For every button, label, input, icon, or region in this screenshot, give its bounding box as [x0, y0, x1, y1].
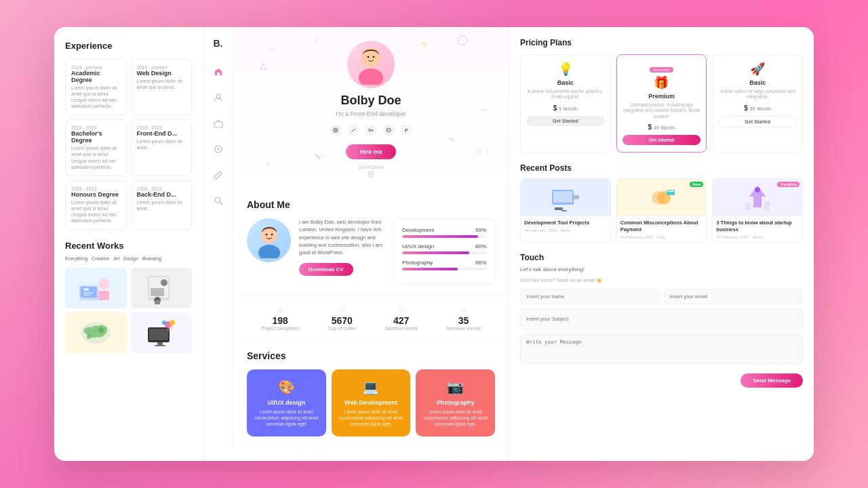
post-2-info: Common Misconceptions About Payment 09 F… — [617, 216, 707, 243]
svg-rect-12 — [155, 300, 160, 304]
send-message-button[interactable]: Send Message — [741, 373, 803, 388]
social-twitter[interactable] — [347, 124, 359, 136]
skill-dev-percent: 99% — [475, 227, 486, 233]
svg-rect-4 — [83, 288, 89, 291]
nav-compass[interactable] — [210, 141, 226, 157]
plan-premium-btn[interactable]: Get Started — [623, 135, 701, 145]
stat-coffee-label: Cup of coffee — [328, 326, 356, 331]
nav-user[interactable] — [210, 89, 226, 106]
exp-card-3: 2019 - 2013 Bachelor's Degree Lorem ipsu… — [65, 119, 127, 176]
post-2-meta: 09 February, 2021 · Dolly — [620, 235, 703, 239]
posts-grid: Development Tool Projects 09 February, 2… — [520, 178, 803, 243]
filter-art[interactable]: Art — [113, 256, 119, 261]
stat-coffee-number: 5670 — [328, 315, 356, 326]
exp-desc-4: Lorem ipsum dolor sit amet... — [137, 138, 186, 150]
touch-message-input[interactable] — [520, 334, 803, 364]
post-2-badge: New — [690, 182, 703, 187]
nav-briefcase[interactable] — [210, 115, 226, 131]
stat-projects-label: Project completed — [261, 326, 299, 331]
svg-rect-19 — [155, 345, 165, 346]
post-1-meta: 09 February, 2021 · Richy — [524, 228, 607, 232]
nav-search[interactable] — [210, 192, 226, 209]
right-panel: Pricing Plans 💡 Basic A simple but power… — [509, 27, 814, 461]
svg-rect-3 — [98, 291, 109, 300]
filter-branding[interactable]: Branding — [142, 256, 161, 261]
exp-desc-2: Lorem ipsum dolor sit amet quo si simul.… — [137, 78, 186, 90]
touch-name-input[interactable] — [520, 289, 660, 304]
work-thumb-3[interactable] — [65, 312, 127, 353]
service-webdev-desc: Lorem ipsum dolor sit amet consectetuer … — [338, 409, 404, 427]
social-dribbble[interactable] — [382, 124, 395, 136]
services-title: Services — [247, 350, 495, 361]
about-section: About Me — [233, 188, 509, 296]
stat-nominees: ◇ 35 Nominee winner — [446, 304, 481, 331]
services-grid: 🎨 UI/UX design Lorem ipsum dolor sit ame… — [247, 369, 495, 436]
svg-point-15 — [98, 327, 104, 333]
plan-basic-1: 💡 Basic A simple but powerful tool for g… — [520, 54, 611, 152]
work-thumb-2[interactable] — [131, 268, 193, 308]
skill-photo-bar — [402, 268, 486, 270]
social-pinterest[interactable]: P — [400, 124, 412, 136]
hero-name: Bolby Doe — [247, 94, 495, 108]
svg-point-32 — [359, 68, 383, 85]
plan-basic-2: 🚀 Basic A wise option for large companie… — [712, 54, 803, 152]
plan-basic-1-name: Basic — [526, 79, 605, 86]
skill-ui: UI/UX design 80% — [402, 243, 486, 254]
exp-title-1: Academic Degree — [71, 70, 121, 83]
portfolio-content: ⌒ / ◯ △ ▽ ⌒ / ⌒ ◯ ∿ ∿ / — [233, 27, 509, 447]
svg-rect-10 — [151, 288, 164, 296]
touch-subtitle: Let's talk about everything! — [520, 266, 803, 272]
post-3: Trending 3 Things to know about startup … — [712, 178, 803, 243]
skill-ui-bar — [402, 251, 486, 254]
scroll-label: Scroll Down — [358, 165, 383, 169]
work-thumb-1[interactable] — [65, 268, 127, 308]
stat-projects-icon: ◇ — [261, 304, 299, 314]
scroll-down: Scroll Down — [247, 165, 495, 178]
social-behance[interactable]: Be — [365, 124, 377, 136]
touch-email-input[interactable] — [664, 289, 804, 304]
touch-subject-input[interactable] — [520, 308, 803, 330]
filter-everything[interactable]: Everything — [65, 256, 87, 261]
plan-basic-1-btn[interactable]: Get Started — [526, 116, 605, 126]
service-photo-icon: 📷 — [422, 379, 488, 395]
exp-title-3: Bachelor's Degree — [71, 130, 121, 144]
plan-basic-2-btn[interactable]: Get Started — [718, 116, 797, 127]
left-panel: Experience 2019 - present Academic Degre… — [54, 27, 203, 461]
svg-line-30 — [220, 202, 222, 205]
exp-title-6: Back-End D... — [137, 191, 186, 198]
exp-card-6: 2009 - 2013 Back-End D... Lorem ipsum do… — [131, 180, 193, 230]
svg-point-54 — [755, 187, 760, 192]
hire-button[interactable]: Hire me — [346, 144, 395, 159]
download-cv-button[interactable]: Download CV — [299, 263, 353, 276]
svg-point-21 — [170, 320, 175, 325]
svg-rect-49 — [561, 210, 567, 211]
stat-nominees-number: 35 — [446, 315, 481, 326]
service-webdev: 💻 Web Development Lorem ipsum dolor sit … — [332, 369, 411, 436]
plan-basic-2-icon: 🚀 — [718, 62, 797, 77]
posts-title: Recent Posts — [520, 163, 803, 173]
nav-home[interactable] — [210, 64, 226, 80]
svg-rect-53 — [667, 190, 674, 192]
svg-rect-55 — [745, 203, 751, 210]
plan-premium-price: $ 49 Month — [623, 123, 701, 131]
service-webdev-name: Web Development — [338, 399, 404, 406]
svg-point-37 — [335, 129, 337, 131]
work-thumb-4[interactable] — [131, 312, 193, 353]
plan-basic-1-price: $ 9 Month — [526, 104, 605, 112]
about-inner: I am Bolby Doe, web developer from Londo… — [247, 218, 495, 285]
skill-dev-bar — [402, 235, 486, 238]
social-instagram[interactable] — [330, 124, 342, 136]
plan-premium-name: Premium — [623, 93, 701, 100]
filter-creative[interactable]: Creative — [92, 256, 109, 261]
exp-date-6: 2009 - 2013 — [137, 186, 186, 191]
skill-development: Development 99% — [402, 227, 486, 238]
service-uiux-desc: Lorem ipsum dolor sit amet consectetuer … — [254, 409, 319, 427]
filter-design[interactable]: Design — [123, 256, 138, 261]
stat-projects-number: 198 — [261, 315, 299, 326]
sidebar-nav: B. — [203, 27, 233, 447]
post-3-info: 3 Things to know about startup business … — [713, 216, 802, 243]
svg-point-44 — [271, 233, 273, 235]
stat-nominees-label: Nominee winner — [446, 326, 481, 331]
nav-edit[interactable] — [210, 167, 226, 183]
stat-clients-number: 427 — [384, 315, 418, 326]
